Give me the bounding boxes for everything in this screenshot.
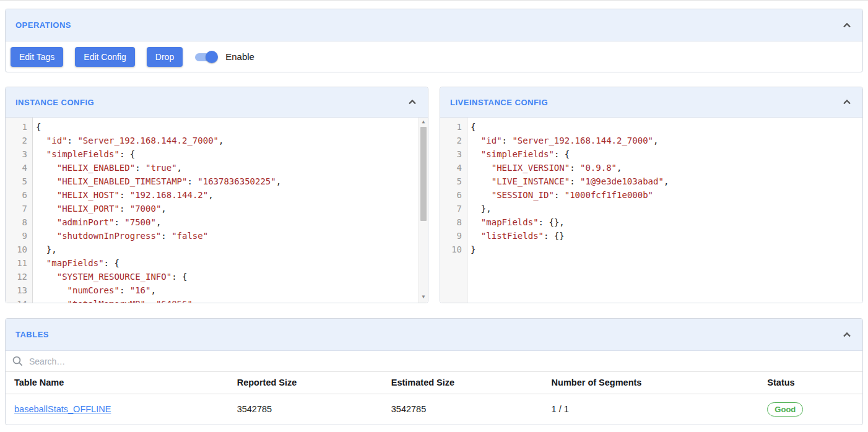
instance-config-editor[interactable]: 1{2 "id": "Server_192.168.144.2_7000",3 … [6, 118, 428, 303]
tables-panel: TABLES Table Name Reported Size Estimate… [5, 318, 863, 425]
liveinstance-config-panel: LIVEINSTANCE CONFIG 1{2 "id": "Server_19… [440, 87, 863, 303]
instance-config-header[interactable]: INSTANCE CONFIG [6, 87, 428, 118]
table-header-row: Table Name Reported Size Estimated Size … [6, 372, 862, 394]
column-header-status[interactable]: Status [767, 372, 862, 394]
instance-config-panel: INSTANCE CONFIG 1{2 "id": "Server_192.16… [5, 87, 428, 303]
tables-title: TABLES [15, 330, 49, 339]
column-header-number-of-segments[interactable]: Number of Segments [552, 372, 768, 394]
tables-table: Table Name Reported Size Estimated Size … [6, 372, 862, 425]
enable-toggle-label: Enable [225, 51, 254, 62]
instance-config-scrollbar[interactable]: ▲ ▼ [419, 118, 428, 303]
liveinstance-config-collapse-chevron-up-icon[interactable] [841, 97, 853, 108]
liveinstance-config-header[interactable]: LIVEINSTANCE CONFIG [440, 87, 862, 118]
edit-tags-button[interactable]: Edit Tags [11, 47, 63, 67]
reported-size-cell: 3542785 [237, 394, 391, 425]
table-name-link[interactable]: baseballStats_OFFLINE [14, 404, 111, 414]
enable-toggle-thumb [206, 51, 218, 63]
operations-title: OPERATIONS [15, 20, 71, 30]
table-row: baseballStats_OFFLINE 3542785 3542785 1 … [6, 394, 862, 425]
instance-config-code: 1{2 "id": "Server_192.168.144.2_7000",3 … [6, 118, 428, 303]
operations-collapse-chevron-up-icon[interactable] [841, 20, 853, 31]
column-header-table-name[interactable]: Table Name [6, 372, 237, 394]
instance-detail-page: OPERATIONS Edit Tags Edit Config Drop En… [0, 1, 868, 425]
config-row: INSTANCE CONFIG 1{2 "id": "Server_192.16… [5, 87, 863, 303]
instance-config-title: INSTANCE CONFIG [15, 98, 94, 107]
operations-body: Edit Tags Edit Config Drop Enable [6, 41, 862, 72]
column-header-reported-size[interactable]: Reported Size [237, 372, 391, 394]
column-header-estimated-size[interactable]: Estimated Size [391, 372, 552, 394]
enable-toggle[interactable] [194, 50, 218, 64]
table-search-input[interactable] [29, 356, 856, 366]
instance-config-collapse-chevron-up-icon[interactable] [407, 97, 418, 108]
estimated-size-cell: 3542785 [391, 394, 552, 425]
status-badge: Good [767, 402, 803, 417]
scroll-down-arrow-icon[interactable]: ▼ [419, 293, 428, 301]
drop-button[interactable]: Drop [147, 47, 183, 67]
segments-cell: 1 / 1 [552, 394, 768, 425]
search-icon [12, 355, 24, 367]
tables-header[interactable]: TABLES [6, 319, 862, 351]
liveinstance-config-editor[interactable]: 1{2 "id": "Server_192.168.144.2_7000",3 … [440, 118, 862, 303]
scroll-up-arrow-icon[interactable]: ▲ [419, 118, 428, 126]
liveinstance-config-title: LIVEINSTANCE CONFIG [450, 98, 548, 107]
operations-header[interactable]: OPERATIONS [6, 9, 862, 41]
edit-config-button[interactable]: Edit Config [75, 47, 134, 67]
tables-collapse-chevron-up-icon[interactable] [841, 329, 853, 340]
scrollbar-thumb[interactable] [420, 127, 427, 221]
table-search-row [6, 351, 862, 372]
operations-panel: OPERATIONS Edit Tags Edit Config Drop En… [5, 9, 863, 72]
liveinstance-config-code: 1{2 "id": "Server_192.168.144.2_7000",3 … [440, 118, 862, 256]
